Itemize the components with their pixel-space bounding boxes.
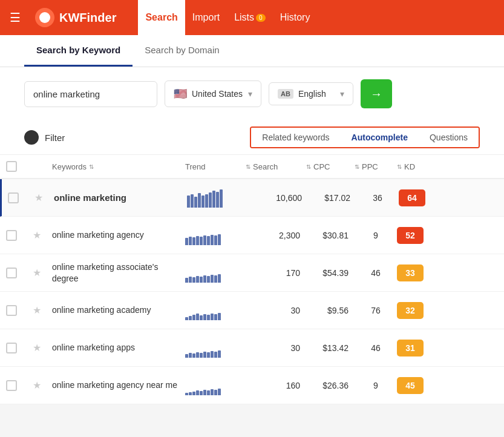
trend-bar: [185, 238, 188, 245]
cpc-sort-icon: ⇅: [306, 163, 311, 170]
trend-bar: [189, 392, 192, 395]
row-checkbox[interactable]: [6, 380, 17, 391]
col-checkbox: [6, 161, 33, 172]
row-checkbox[interactable]: [6, 230, 17, 241]
trend-bar: [189, 277, 192, 283]
nav-search[interactable]: Search: [138, 0, 185, 35]
trend-bar: [200, 353, 203, 358]
main-content: Search by Keyword Search by Domain 🇺🇸 Un…: [0, 35, 504, 404]
col-trend-label: Trend: [185, 162, 205, 171]
ppc-value: 46: [355, 343, 397, 353]
trend-chart: [185, 376, 246, 395]
trend-chart: [185, 338, 246, 358]
row-checkbox-cell: [8, 192, 34, 203]
trend-bar: [214, 235, 217, 245]
keyword-input[interactable]: [24, 81, 157, 107]
row-checkbox[interactable]: [6, 268, 17, 278]
col-ppc-header[interactable]: ⇅ PPC: [355, 162, 397, 171]
trend-bar: [207, 236, 210, 245]
select-all-checkbox[interactable]: [6, 161, 17, 172]
star-icon[interactable]: ★: [34, 192, 43, 203]
menu-icon[interactable]: ☰: [10, 10, 21, 25]
col-cpc-header[interactable]: ⇅ CPC: [306, 162, 355, 171]
trend-bar: [185, 317, 188, 320]
col-keywords-label: Keywords: [52, 162, 87, 171]
tab-domain[interactable]: Search by Domain: [133, 35, 231, 67]
search-volume: 10,600: [247, 193, 308, 203]
row-star-cell: ★: [33, 267, 52, 278]
row-checkbox[interactable]: [6, 343, 17, 353]
trend-chart: [185, 263, 246, 283]
trend-bar: [218, 234, 221, 245]
search-volume: 30: [246, 306, 306, 315]
kd-badge: 64: [399, 189, 425, 206]
tab-related-keywords[interactable]: Related keywords: [251, 128, 340, 147]
trend-chart: [187, 188, 247, 208]
table-row: ★ online marketing academy 30 $9.56 76 3…: [0, 292, 504, 329]
keyword-cell: online marketing agency near me: [52, 380, 185, 390]
trend-bar: [214, 352, 217, 358]
country-flag: 🇺🇸: [174, 87, 187, 100]
cpc-value: $17.02: [308, 193, 356, 203]
trend-bar: [214, 314, 217, 320]
kd-cell: 52: [397, 227, 439, 244]
star-icon[interactable]: ★: [33, 230, 41, 240]
col-search-header[interactable]: ⇅ Search: [246, 162, 306, 171]
star-icon[interactable]: ★: [33, 343, 41, 353]
trend-bar: [203, 235, 206, 245]
row-checkbox[interactable]: [6, 305, 17, 316]
language-selector[interactable]: AB English ▾: [269, 82, 353, 105]
trend-bar: [220, 189, 223, 208]
star-icon[interactable]: ★: [33, 380, 41, 390]
tab-questions[interactable]: Questions: [419, 128, 479, 147]
nav-lists[interactable]: Lists0: [227, 0, 272, 35]
trend-bar: [187, 196, 190, 208]
table-row: ★ online marketing 10,600 $17.02 36 64: [0, 179, 504, 217]
star-icon[interactable]: ★: [33, 268, 41, 278]
trend-bar: [203, 275, 206, 283]
nav-import[interactable]: Import: [185, 0, 227, 35]
search-type-tabs: Search by Keyword Search by Domain: [0, 35, 504, 67]
trend-bar: [200, 237, 203, 245]
kd-cell: 33: [397, 264, 439, 281]
nav-history[interactable]: History: [273, 0, 318, 35]
keyword-type-tabs: Related keywords Autocomplete Questions: [250, 126, 480, 148]
trend-bar: [203, 314, 206, 320]
trend-bar: [192, 315, 195, 320]
lists-badge: 0: [256, 14, 266, 22]
col-cpc-label: CPC: [313, 162, 330, 171]
trend-bar: [207, 352, 210, 358]
trend-bar: [211, 235, 214, 245]
trend-bar: [203, 390, 206, 395]
star-icon[interactable]: ★: [33, 305, 41, 315]
row-star-cell: ★: [33, 304, 52, 316]
country-selector[interactable]: 🇺🇸 United States ▾: [165, 80, 261, 107]
trend-bar: [211, 314, 214, 320]
kd-badge: 33: [397, 264, 424, 281]
kd-cell: 64: [399, 189, 441, 206]
col-kd-header[interactable]: ⇅ KD: [397, 162, 439, 171]
row-checkbox-cell: [6, 230, 33, 241]
tab-keyword[interactable]: Search by Keyword: [24, 35, 133, 67]
col-keywords-header[interactable]: Keywords ⇅: [52, 162, 185, 171]
row-checkbox-cell: [6, 380, 33, 391]
keywords-sort-icon: ⇅: [89, 163, 94, 170]
search-volume: 170: [246, 268, 306, 278]
row-checkbox[interactable]: [8, 192, 19, 203]
filter-button[interactable]: Filter: [24, 130, 65, 145]
kd-badge: 52: [397, 227, 424, 244]
tab-autocomplete[interactable]: Autocomplete: [341, 128, 419, 147]
trend-bar: [218, 313, 221, 320]
country-chevron-icon: ▾: [248, 89, 252, 99]
trend-bar: [218, 350, 221, 358]
language-chevron-icon: ▾: [340, 89, 344, 99]
cpc-value: $30.81: [306, 231, 355, 240]
table-header: Keywords ⇅ Trend ⇅ Search ⇅ CPC ⇅ PPC ⇅ …: [0, 155, 504, 179]
trend-bar: [207, 390, 210, 395]
main-nav: Search Import Lists0 History: [138, 0, 317, 35]
trend-bar: [203, 352, 206, 358]
trend-bar: [189, 237, 192, 245]
trend-bar: [211, 389, 214, 395]
col-search-label: Search: [253, 162, 278, 171]
search-button[interactable]: →: [361, 79, 392, 108]
